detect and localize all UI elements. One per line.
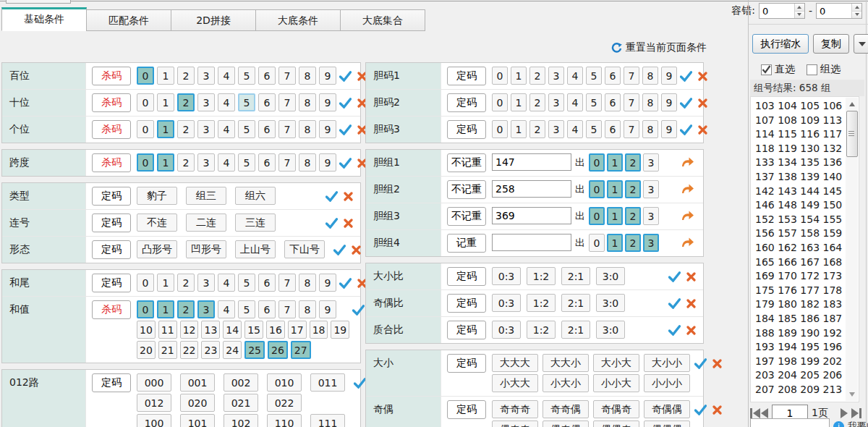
mode-button[interactable]: 记重 [447, 234, 486, 253]
option-button[interactable]: 2:1 [561, 267, 590, 285]
option-button[interactable]: 4 [218, 120, 235, 138]
option-button[interactable]: 2 [529, 120, 545, 138]
confirm-check-icon[interactable] [339, 158, 352, 169]
option-button[interactable]: 0 [137, 120, 154, 138]
clear-x-icon[interactable] [344, 219, 353, 228]
option-button[interactable]: 12 [180, 321, 199, 339]
option-button[interactable]: 101 [180, 414, 215, 427]
option-button[interactable]: 010 [267, 373, 302, 392]
option-button[interactable]: 小小大 [593, 374, 639, 392]
option-button[interactable]: 大大大 [492, 354, 538, 372]
option-button[interactable]: 凸形号 [137, 240, 177, 258]
confirm-check-icon[interactable] [339, 124, 352, 135]
option-button[interactable]: 上山号 [235, 240, 276, 258]
option-button[interactable]: 6 [605, 67, 621, 85]
option-button[interactable]: 7 [624, 120, 639, 138]
result-number-list[interactable]: 103 104 105 106107 108 109 113114 115 11… [750, 96, 859, 402]
option-button[interactable]: 凹形号 [186, 240, 226, 258]
transfer-arrow-icon[interactable] [681, 156, 697, 170]
mode-button[interactable]: 不记重 [447, 153, 486, 172]
option-button[interactable]: 6 [258, 67, 276, 85]
option-button[interactable]: 5 [238, 67, 255, 85]
option-button[interactable]: 8 [299, 67, 316, 85]
mode-button[interactable]: 不记重 [447, 180, 486, 199]
option-button[interactable]: 3:0 [596, 294, 625, 312]
danzu-digits-input[interactable] [492, 207, 571, 224]
option-button[interactable]: 24 [223, 341, 242, 359]
option-button[interactable]: 6 [258, 274, 276, 292]
option-button[interactable]: 012 [137, 394, 171, 412]
mode-button[interactable]: 定码 [447, 321, 486, 339]
mode-button[interactable]: 定码 [92, 187, 131, 206]
confirm-check-icon[interactable] [326, 218, 338, 229]
option-button[interactable]: 9 [319, 67, 336, 85]
option-button[interactable]: 奇奇奇 [492, 400, 538, 418]
out-count-button[interactable]: 2 [625, 180, 641, 198]
option-button[interactable]: 9 [319, 93, 336, 111]
confirm-check-icon[interactable] [326, 191, 338, 202]
option-button[interactable]: 偶偶奇 [593, 420, 639, 427]
option-button[interactable]: 组三 [186, 187, 226, 205]
option-button[interactable]: 7 [278, 93, 296, 111]
option-button[interactable]: 13 [201, 321, 220, 339]
option-button[interactable]: 1 [157, 120, 174, 138]
next-page-button[interactable] [841, 408, 848, 418]
option-button[interactable]: 1 [157, 153, 174, 172]
option-button[interactable]: 3 [548, 93, 564, 111]
option-button[interactable]: 001 [180, 373, 215, 392]
option-button[interactable]: 18 [310, 321, 328, 339]
option-button[interactable]: 3 [197, 67, 215, 85]
option-button[interactable]: 6 [258, 93, 276, 111]
tab-dadi-conditions[interactable]: 大底条件 [255, 9, 341, 31]
option-button[interactable]: 2 [177, 120, 195, 138]
mode-button[interactable]: 杀码 [92, 300, 131, 319]
spin-down-icon[interactable] [795, 12, 804, 19]
confirm-check-icon[interactable] [333, 245, 346, 255]
mode-button[interactable]: 定码 [92, 373, 131, 392]
option-button[interactable]: 0 [137, 67, 154, 85]
option-button[interactable]: 4 [218, 153, 235, 172]
option-button[interactable]: 0 [492, 120, 508, 138]
option-button[interactable]: 7 [624, 67, 639, 85]
option-button[interactable]: 不连 [137, 214, 177, 232]
out-count-button[interactable]: 3 [643, 153, 659, 172]
option-button[interactable]: 8 [299, 274, 316, 292]
clear-x-icon[interactable] [686, 272, 696, 282]
tolerance-max-input[interactable] [817, 4, 851, 18]
direct-selection-checkbox[interactable]: 直选 [761, 63, 795, 76]
out-count-button[interactable]: 1 [607, 180, 623, 198]
option-button[interactable]: 5 [238, 274, 255, 292]
clear-x-icon[interactable] [712, 405, 722, 415]
out-count-button[interactable]: 0 [589, 207, 605, 225]
option-button[interactable]: 9 [661, 67, 677, 85]
confirm-check-icon[interactable] [680, 71, 692, 82]
spin-up-icon[interactable] [852, 4, 861, 12]
option-button[interactable]: 23 [201, 341, 220, 359]
option-button[interactable]: 3:0 [596, 267, 625, 285]
option-button[interactable]: 11 [158, 321, 177, 339]
option-button[interactable]: 17 [288, 321, 307, 339]
confirm-check-icon[interactable] [352, 305, 365, 316]
clear-x-icon[interactable] [352, 245, 361, 255]
option-button[interactable]: 大小大 [593, 354, 639, 372]
option-button[interactable]: 1 [157, 300, 174, 318]
out-count-button[interactable]: 1 [607, 207, 623, 225]
option-button[interactable]: 3:0 [596, 321, 625, 339]
option-button[interactable]: 7 [624, 93, 639, 111]
option-button[interactable]: 小小小 [644, 374, 690, 392]
spin-up-icon[interactable] [795, 4, 804, 12]
option-button[interactable]: 9 [319, 300, 336, 318]
option-button[interactable]: 14 [223, 321, 242, 339]
option-button[interactable]: 25 [244, 341, 265, 359]
option-button[interactable]: 5 [586, 93, 602, 111]
copy-dropdown-button[interactable] [854, 34, 868, 54]
option-button[interactable]: 偶奇奇 [492, 420, 538, 427]
option-button[interactable]: 19 [331, 321, 349, 339]
tolerance-min-input[interactable] [760, 4, 794, 18]
group-selection-checkbox[interactable]: 组选 [807, 63, 841, 76]
out-count-button[interactable]: 3 [643, 180, 659, 198]
option-button[interactable]: 6 [258, 300, 276, 318]
mode-button[interactable]: 杀码 [92, 93, 131, 112]
scrollbar[interactable] [846, 98, 858, 401]
clear-x-icon[interactable] [686, 299, 696, 308]
